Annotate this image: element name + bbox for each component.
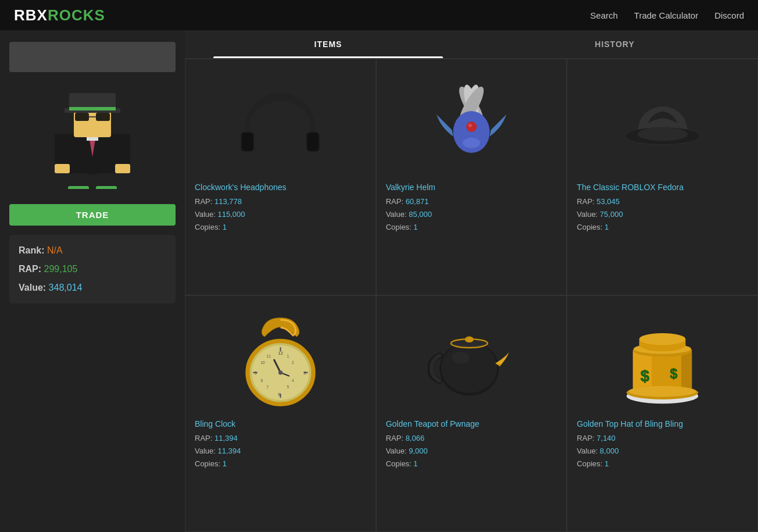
item-value: 75,000 xyxy=(600,210,623,219)
svg-point-32 xyxy=(637,127,688,141)
value-label: Value: xyxy=(19,283,46,292)
item-card[interactable]: 12 6 9 3 1 2 4 5 11 10 8 7 Bling Clock R… xyxy=(185,295,376,532)
item-card[interactable]: Valkyrie Helm RAP: 60,871 Value: 85,000 … xyxy=(376,59,567,295)
svg-rect-14 xyxy=(55,134,70,166)
item-info: RAP: 7,140 Value: 8,000 Copies: 1 xyxy=(577,432,748,470)
item-name[interactable]: Golden Top Hat of Bling Bling xyxy=(577,419,748,429)
item-info: RAP: 11,394 Value: 11,394 Copies: 1 xyxy=(195,432,366,470)
value-value: 348,014 xyxy=(49,283,83,292)
item-rap: 8,066 xyxy=(406,434,425,442)
site-logo: RBXROCKS xyxy=(14,6,105,24)
svg-text:12: 12 xyxy=(278,351,283,356)
svg-text:1: 1 xyxy=(287,354,289,358)
tabs-bar: ITEMS HISTORY xyxy=(185,30,758,59)
svg-text:3: 3 xyxy=(303,370,306,376)
svg-text:8: 8 xyxy=(260,379,263,383)
item-card[interactable]: Golden Teapot of Pwnage RAP: 8,066 Value… xyxy=(376,295,567,532)
trade-button[interactable]: TRADE xyxy=(9,204,176,226)
svg-text:11: 11 xyxy=(266,354,271,358)
items-grid: Clockwork's Headphones RAP: 113,778 Valu… xyxy=(185,59,758,532)
item-value: 85,000 xyxy=(409,210,432,219)
svg-rect-4 xyxy=(69,93,116,109)
item-copies: 1 xyxy=(413,459,417,468)
logo-rbx: RBX xyxy=(14,6,48,24)
svg-rect-16 xyxy=(55,164,70,173)
svg-text:$: $ xyxy=(670,366,678,381)
item-image xyxy=(386,71,557,176)
item-rap: 7,140 xyxy=(596,434,616,442)
item-name[interactable]: Clockwork's Headphones xyxy=(195,183,366,192)
svg-rect-17 xyxy=(115,164,130,173)
item-copies: 1 xyxy=(605,459,609,468)
svg-point-28 xyxy=(469,124,472,127)
main-nav: Search Trade Calculator Discord xyxy=(590,10,744,20)
tab-history[interactable]: HISTORY xyxy=(471,30,758,58)
rap-label: RAP: xyxy=(19,264,41,274)
rank-row: Rank: N/A xyxy=(19,245,166,256)
svg-text:10: 10 xyxy=(260,360,265,365)
svg-text:$: $ xyxy=(641,366,649,384)
item-rap: 53,045 xyxy=(596,197,620,206)
item-value: 115,000 xyxy=(218,210,245,219)
svg-rect-13 xyxy=(96,186,117,189)
svg-point-75 xyxy=(639,333,686,345)
svg-text:9: 9 xyxy=(254,370,257,376)
svg-text:4: 4 xyxy=(292,379,294,383)
nav-discord-link[interactable]: Discord xyxy=(714,10,744,20)
avatar-area xyxy=(9,81,176,195)
svg-point-70 xyxy=(629,385,696,397)
item-rap: 11,394 xyxy=(214,434,238,442)
svg-rect-6 xyxy=(69,107,116,110)
item-image: $ $ xyxy=(577,308,748,412)
item-name[interactable]: The Classic ROBLOX Fedora xyxy=(577,183,748,192)
item-info: RAP: 53,045 Value: 75,000 Copies: 1 xyxy=(577,195,748,234)
item-copies: 1 xyxy=(413,223,417,231)
svg-point-62 xyxy=(452,352,469,364)
item-image: 12 6 9 3 1 2 4 5 11 10 8 7 xyxy=(195,308,366,412)
item-value: 11,394 xyxy=(218,447,241,455)
item-image xyxy=(577,71,748,176)
svg-text:2: 2 xyxy=(292,360,294,365)
svg-rect-12 xyxy=(68,186,89,189)
item-card[interactable]: Clockwork's Headphones RAP: 113,778 Valu… xyxy=(185,59,376,295)
item-name[interactable]: Golden Teapot of Pwnage xyxy=(386,419,557,429)
nav-search-link[interactable]: Search xyxy=(590,10,618,20)
sidebar-banner xyxy=(9,42,176,72)
rank-value: N/A xyxy=(47,245,63,255)
item-copies: 1 xyxy=(223,223,227,231)
item-rap: 60,871 xyxy=(406,197,429,206)
svg-point-57 xyxy=(441,342,497,393)
item-name[interactable]: Bling Clock xyxy=(195,419,366,429)
nav-trade-calc-link[interactable]: Trade Calculator xyxy=(634,10,698,20)
item-rap: 113,778 xyxy=(214,197,242,206)
logo-rocks: ROCKS xyxy=(48,6,105,24)
svg-point-29 xyxy=(463,138,480,148)
rap-value: 299,105 xyxy=(44,264,78,274)
svg-rect-8 xyxy=(96,113,110,121)
item-copies: 1 xyxy=(605,223,609,231)
item-value: 8,000 xyxy=(600,447,619,455)
svg-text:5: 5 xyxy=(287,385,289,389)
item-card[interactable]: $ $ Golden Top Hat of Bling Bling RAP: 7… xyxy=(567,295,758,532)
svg-text:7: 7 xyxy=(266,385,269,389)
rank-label: Rank: xyxy=(19,245,44,255)
item-info: RAP: 8,066 Value: 9,000 Copies: 1 xyxy=(386,432,557,470)
item-card[interactable]: The Classic ROBLOX Fedora RAP: 53,045 Va… xyxy=(567,59,758,295)
site-header: RBXROCKS Search Trade Calculator Discord xyxy=(0,0,758,30)
rap-row: RAP: 299,105 xyxy=(19,264,166,274)
avatar xyxy=(52,87,133,189)
item-info: RAP: 60,871 Value: 85,000 Copies: 1 xyxy=(386,195,557,234)
item-value: 9,000 xyxy=(409,447,428,455)
svg-rect-21 xyxy=(308,133,319,151)
item-name[interactable]: Valkyrie Helm xyxy=(386,183,557,192)
svg-rect-20 xyxy=(242,133,253,151)
value-row: Value: 348,014 xyxy=(19,283,166,293)
tab-items[interactable]: ITEMS xyxy=(185,30,471,58)
svg-rect-15 xyxy=(115,134,130,166)
svg-rect-7 xyxy=(75,113,89,121)
page-layout: TRADE Rank: N/A RAP: 299,105 Value: 348,… xyxy=(0,30,758,532)
svg-point-55 xyxy=(278,370,283,374)
item-copies: 1 xyxy=(223,459,227,468)
sidebar: TRADE Rank: N/A RAP: 299,105 Value: 348,… xyxy=(0,30,185,532)
item-info: RAP: 113,778 Value: 115,000 Copies: 1 xyxy=(195,195,366,234)
